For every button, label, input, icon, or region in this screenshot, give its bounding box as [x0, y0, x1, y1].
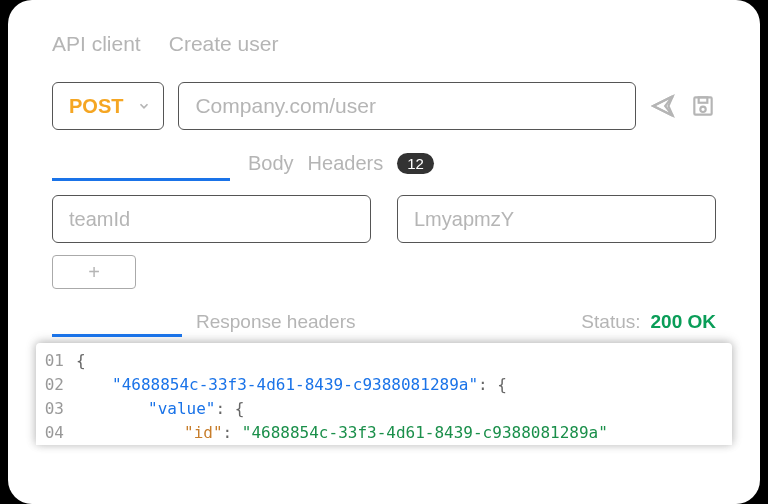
code-token: : { — [215, 399, 244, 418]
response-body-code: 01 { 02 "4688854c-33f3-4d61-8439-c938808… — [36, 343, 732, 445]
active-tab-indicator — [52, 178, 230, 181]
svg-point-2 — [700, 107, 705, 112]
response-header-row: Response headers Status: 200 OK — [52, 311, 716, 333]
api-client-card: API client Create user POST Company.com/… — [8, 0, 760, 504]
svg-rect-1 — [699, 97, 708, 102]
code-line: 02 "4688854c-33f3-4d61-8439-c9388081289a… — [36, 373, 732, 397]
kv-key-value: teamId — [69, 208, 130, 231]
code-token: : { — [478, 375, 507, 394]
save-icon — [690, 93, 716, 119]
send-button[interactable] — [650, 93, 676, 119]
add-kv-button[interactable]: + — [52, 255, 136, 289]
plus-icon: + — [88, 261, 100, 284]
kv-row: teamId LmyapmzY — [52, 195, 716, 243]
code-line: 01 { — [36, 349, 732, 373]
request-tabs: Body Headers 12 — [52, 152, 716, 175]
url-input[interactable]: Company.com/user — [178, 82, 636, 130]
code-token: { — [76, 349, 86, 373]
code-token: "4688854c-33f3-4d61-8439-c9388081289a" — [242, 423, 608, 442]
status-wrap: Status: 200 OK — [581, 311, 716, 333]
save-button[interactable] — [690, 93, 716, 119]
headers-count-badge: 12 — [397, 153, 434, 174]
method-select[interactable]: POST — [52, 82, 164, 130]
code-token: "id" — [184, 423, 223, 442]
kv-value-value: LmyapmzY — [414, 208, 514, 231]
response-active-tab-indicator — [52, 334, 182, 337]
chevron-down-icon — [137, 99, 151, 113]
code-token: "value" — [148, 399, 215, 418]
breadcrumb-item[interactable]: API client — [52, 32, 141, 56]
line-number: 04 — [36, 421, 76, 445]
code-line: 03 "value": { — [36, 397, 732, 421]
code-line: 04 "id": "4688854c-33f3-4d61-8439-c93880… — [36, 421, 732, 445]
breadcrumb-item[interactable]: Create user — [169, 32, 279, 56]
tab-response-headers[interactable]: Response headers — [196, 311, 356, 333]
line-number: 01 — [36, 349, 76, 373]
send-icon — [650, 93, 676, 119]
line-number: 03 — [36, 397, 76, 421]
kv-value-input[interactable]: LmyapmzY — [397, 195, 716, 243]
status-value: 200 OK — [651, 311, 716, 333]
status-label: Status: — [581, 311, 640, 333]
request-row: POST Company.com/user — [52, 82, 716, 130]
url-value: Company.com/user — [195, 94, 376, 118]
breadcrumb: API client Create user — [52, 32, 716, 56]
tab-headers[interactable]: Headers — [308, 152, 384, 175]
tab-body[interactable]: Body — [248, 152, 294, 175]
line-number: 02 — [36, 373, 76, 397]
kv-key-input[interactable]: teamId — [52, 195, 371, 243]
code-token: : — [223, 423, 242, 442]
method-label: POST — [69, 95, 123, 118]
code-token: "4688854c-33f3-4d61-8439-c9388081289a" — [112, 375, 478, 394]
